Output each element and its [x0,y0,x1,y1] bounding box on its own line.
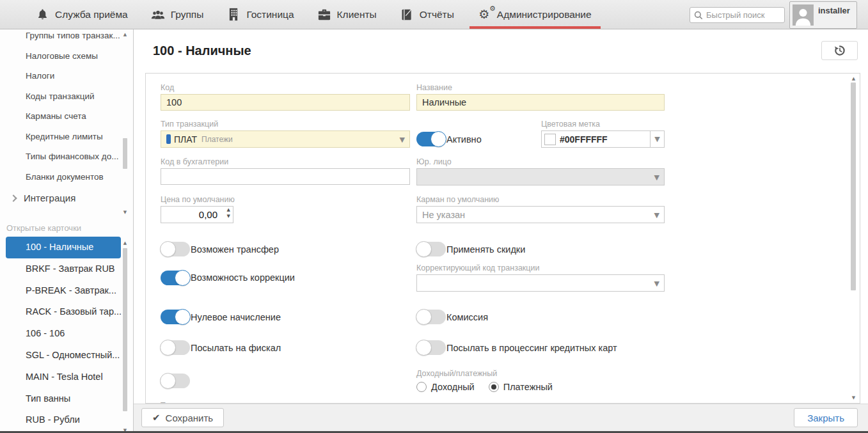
transfer-toggle-row[interactable]: Возможен трансфер [161,242,410,256]
require-details-toggle[interactable] [161,374,190,388]
chevron-down-icon: ▼ [654,210,659,219]
nav-label: Группы [171,9,204,20]
code-field[interactable] [161,94,410,111]
sidebar-item-tax-schemes[interactable]: Налоговые схемы [0,46,133,67]
require-details-toggle-row[interactable] [161,374,191,388]
radio-income[interactable]: Доходный [416,382,475,392]
correction-toggle[interactable] [161,271,190,285]
open-card-item[interactable]: RACK - Базовый тар... [0,301,133,323]
scroll-down-icon[interactable]: ▼ [850,395,857,400]
nav-clients[interactable]: Клиенты [317,0,377,29]
income-payment-label: Доходный/платежный [416,369,665,378]
accounting-code-field[interactable] [161,168,410,185]
color-dropdown-button[interactable]: ▼ [650,131,664,147]
user-menu[interactable]: installer [789,1,857,29]
nav-administration[interactable]: ⚙⚙ Администрирование [477,0,592,29]
open-card-item[interactable]: 100 - Наличные [6,237,121,258]
checkmark-icon: ✔ [152,412,161,423]
name-field[interactable] [416,94,665,111]
page-title: 100 - Наличные [153,43,251,58]
default-price-label: Цена по умолчанию [161,195,410,204]
zero-accrual-toggle[interactable] [161,310,190,324]
menu-scrollbar[interactable]: ▲ ▼ [122,32,128,215]
sidebar-item-document-forms[interactable]: Бланки документов [0,167,133,187]
radio-icon[interactable] [416,382,427,392]
discounts-toggle-row[interactable]: Применять скидки [416,242,665,256]
scrollbar-thumb[interactable] [851,83,856,290]
sidebar-item-taxes[interactable]: Налоги [0,66,133,86]
cards-scrollbar[interactable]: ▲ ▼ [122,240,128,431]
card-processing-toggle[interactable] [416,340,446,355]
chevron-down-icon: ▼ [400,135,405,143]
quick-search[interactable] [690,7,785,23]
fiscal-toggle[interactable] [161,340,190,355]
save-button[interactable]: ✔ Сохранить [141,408,224,427]
open-card-item[interactable]: P-BREAK - Завтрак... [0,280,133,302]
main-content: 100 - Наличные Код Название [134,29,868,431]
spinner-arrows[interactable]: ▲▼ [227,208,230,219]
open-cards-title: Открытые карточки [0,217,133,237]
history-icon [833,44,846,57]
type-color-pill [166,134,171,144]
accounting-code-label: Код в бухгалтерии [161,157,410,166]
form-scrollbar[interactable]: ▲ ▼ [850,76,857,400]
payment-type-label: Тип платежа [161,401,410,404]
bell-icon [35,8,49,22]
open-card-item[interactable]: RUB - Рубли [0,409,133,431]
active-toggle-row[interactable]: Активно [416,132,482,146]
discounts-toggle[interactable] [416,242,446,256]
commission-toggle[interactable] [416,310,446,324]
commission-toggle-row[interactable]: Комиссия [416,310,665,324]
default-price-field[interactable]: ▲▼ [161,206,233,223]
open-card-item[interactable]: SGL - Одноместный... [0,345,133,366]
transaction-type-select[interactable]: ПЛАТ Платежи ▼ [161,130,410,148]
sidebar-item-account-pockets[interactable]: Карманы счета [0,106,133,127]
card-processing-toggle-row[interactable]: Посылать в процессинг кредитных карт [416,340,665,355]
open-card-item[interactable]: MAIN - Tesla Hotel [0,366,133,388]
sidebar-item-transaction-type-groups[interactable]: Группы типов транзак... [0,29,133,46]
scrollbar-thumb[interactable] [123,138,127,169]
active-label: Активно [446,134,482,145]
admin-menu-list: Группы типов транзак... Налоговые схемы … [0,29,133,217]
sidebar-item-financial-doc-types[interactable]: Типы финансовых до... [0,146,133,167]
default-pocket-select[interactable]: Не указан ▼ [416,206,665,223]
color-mark-field[interactable]: #00FFFFFF ▼ [541,130,665,148]
scroll-down-icon[interactable]: ▼ [122,428,128,431]
form-panel: Код Название Тип транзакций ПЛАТ [145,73,860,404]
close-button[interactable]: Закрыть [794,408,858,427]
scroll-down-icon[interactable]: ▼ [122,210,128,215]
open-card-item[interactable]: Тип ванны [0,388,133,410]
history-button[interactable] [821,41,858,60]
nav-label: Служба приёма [55,9,128,20]
open-card-item[interactable]: 106 - 106 [0,323,133,345]
nav-hotel[interactable]: Гостиница [226,0,294,29]
scroll-up-icon[interactable]: ▲ [122,32,128,37]
correction-toggle-row[interactable]: Возможность коррекции [161,271,295,285]
main-nav: Служба приёма Группы Гостиница Клиенты О… [35,0,615,29]
radio-payment[interactable]: Платежный [489,382,553,392]
transfer-toggle[interactable] [161,242,190,256]
default-price-input[interactable] [161,206,233,223]
search-icon [694,11,703,20]
active-toggle[interactable] [416,132,446,146]
nav-groups[interactable]: Группы [151,0,204,29]
scrollbar-thumb[interactable] [123,248,127,411]
fiscal-toggle-row[interactable]: Посылать на фискал [161,340,410,355]
income-payment-radios: Доходный Платежный [416,382,665,392]
sidebar-item-integration[interactable]: Интеграция [0,189,133,208]
zero-accrual-toggle-row[interactable]: Нулевое начисление [161,310,410,324]
users-icon [151,8,165,22]
correction-code-select[interactable]: ▼ [416,274,665,292]
radio-icon[interactable] [489,382,499,392]
sidebar-item-transaction-codes[interactable]: Коды транзакций [0,86,133,107]
nav-reception[interactable]: Служба приёма [35,0,128,29]
open-card-item[interactable]: BRKF - Завтрак RUB [0,258,133,280]
scroll-up-icon[interactable]: ▲ [122,240,128,246]
nav-label: Отчёты [420,9,454,20]
sidebar-item-credit-limits[interactable]: Кредитные лимиты [0,127,133,147]
nav-reports[interactable]: Отчёты [400,0,454,29]
search-input[interactable] [706,10,780,20]
default-pocket-label: Карман по умолчанию [416,195,665,204]
reports-icon [400,8,414,22]
scroll-up-icon[interactable]: ▲ [850,76,857,81]
